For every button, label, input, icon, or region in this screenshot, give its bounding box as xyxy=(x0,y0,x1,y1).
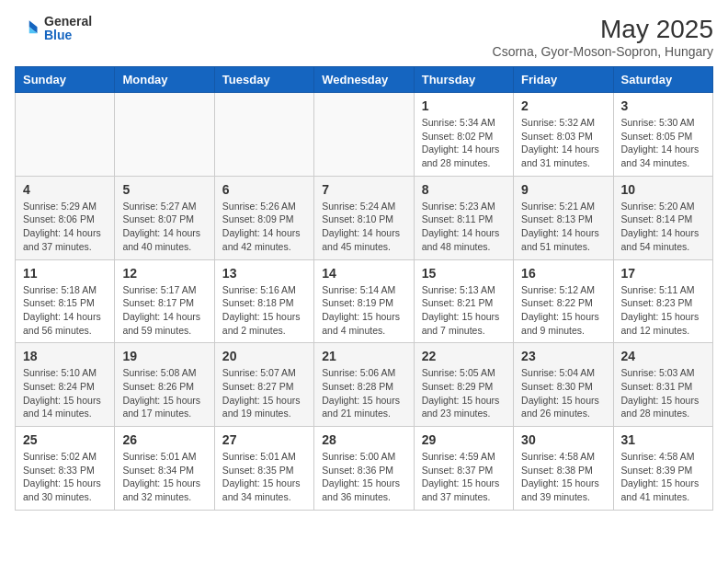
logo-icon xyxy=(15,16,40,41)
day-number: 12 xyxy=(122,266,206,281)
day-number: 8 xyxy=(422,182,506,197)
calendar-cell: 1Sunrise: 5:34 AMSunset: 8:02 PMDaylight… xyxy=(414,93,513,177)
day-number: 7 xyxy=(322,182,405,197)
calendar-cell: 25Sunrise: 5:02 AMSunset: 8:33 PMDayligh… xyxy=(16,427,115,511)
day-number: 26 xyxy=(122,432,206,447)
day-info: Sunrise: 5:18 AMSunset: 8:15 PMDaylight:… xyxy=(23,283,107,338)
calendar-cell: 19Sunrise: 5:08 AMSunset: 8:26 PMDayligh… xyxy=(115,343,214,427)
day-number: 21 xyxy=(322,349,405,363)
weekday-header-row: SundayMondayTuesdayWednesdayThursdayFrid… xyxy=(16,67,713,93)
weekday-header-wednesday: Wednesday xyxy=(314,67,414,93)
calendar-cell: 7Sunrise: 5:24 AMSunset: 8:10 PMDaylight… xyxy=(314,176,414,259)
day-info: Sunrise: 5:26 AMSunset: 8:09 PMDaylight:… xyxy=(222,200,306,254)
day-number: 28 xyxy=(322,432,405,447)
day-number: 19 xyxy=(122,349,206,363)
day-info: Sunrise: 5:24 AMSunset: 8:10 PMDaylight:… xyxy=(322,200,405,254)
weekday-header-tuesday: Tuesday xyxy=(214,67,313,93)
calendar-cell: 8Sunrise: 5:23 AMSunset: 8:11 PMDaylight… xyxy=(414,176,513,259)
day-info: Sunrise: 5:29 AMSunset: 8:06 PMDaylight:… xyxy=(23,200,107,254)
day-number: 29 xyxy=(422,432,506,447)
calendar-cell: 5Sunrise: 5:27 AMSunset: 8:07 PMDaylight… xyxy=(115,176,214,259)
day-info: Sunrise: 5:06 AMSunset: 8:28 PMDaylight:… xyxy=(322,366,405,420)
day-info: Sunrise: 5:03 AMSunset: 8:31 PMDaylight:… xyxy=(621,366,705,420)
calendar-cell: 3Sunrise: 5:30 AMSunset: 8:05 PMDaylight… xyxy=(613,93,712,177)
logo-text: General Blue xyxy=(44,15,92,43)
calendar-cell: 13Sunrise: 5:16 AMSunset: 8:18 PMDayligh… xyxy=(214,259,313,343)
day-info: Sunrise: 4:59 AMSunset: 8:37 PMDaylight:… xyxy=(422,450,506,504)
day-number: 16 xyxy=(521,266,605,281)
calendar-cell xyxy=(115,93,214,177)
calendar-subtitle: Csorna, Gyor-Moson-Sopron, Hungary xyxy=(493,44,713,59)
day-info: Sunrise: 5:04 AMSunset: 8:30 PMDaylight:… xyxy=(521,366,605,420)
calendar-body: 1Sunrise: 5:34 AMSunset: 8:02 PMDaylight… xyxy=(16,93,713,511)
day-number: 11 xyxy=(23,266,107,281)
day-info: Sunrise: 5:11 AMSunset: 8:23 PMDaylight:… xyxy=(621,283,705,338)
calendar-cell xyxy=(16,93,115,177)
day-number: 27 xyxy=(222,432,306,447)
calendar-cell: 23Sunrise: 5:04 AMSunset: 8:30 PMDayligh… xyxy=(514,343,613,427)
day-number: 17 xyxy=(621,266,705,281)
day-info: Sunrise: 5:17 AMSunset: 8:17 PMDaylight:… xyxy=(122,283,206,338)
day-number: 31 xyxy=(621,432,705,447)
day-number: 15 xyxy=(422,266,506,281)
calendar-cell: 16Sunrise: 5:12 AMSunset: 8:22 PMDayligh… xyxy=(514,259,613,343)
day-number: 22 xyxy=(422,349,506,363)
day-info: Sunrise: 5:08 AMSunset: 8:26 PMDaylight:… xyxy=(122,366,206,420)
weekday-header-saturday: Saturday xyxy=(613,67,712,93)
calendar-cell: 4Sunrise: 5:29 AMSunset: 8:06 PMDaylight… xyxy=(16,176,115,259)
day-info: Sunrise: 5:01 AMSunset: 8:35 PMDaylight:… xyxy=(222,450,306,504)
day-info: Sunrise: 5:00 AMSunset: 8:36 PMDaylight:… xyxy=(322,450,405,504)
logo-line2: Blue xyxy=(44,29,92,42)
day-number: 5 xyxy=(122,182,206,197)
day-info: Sunrise: 5:01 AMSunset: 8:34 PMDaylight:… xyxy=(122,450,206,504)
logo: General Blue xyxy=(15,15,92,43)
calendar-cell xyxy=(214,93,313,177)
day-number: 25 xyxy=(23,432,107,447)
day-number: 2 xyxy=(521,98,605,113)
day-number: 10 xyxy=(621,182,705,197)
day-number: 20 xyxy=(222,349,306,363)
day-info: Sunrise: 5:34 AMSunset: 8:02 PMDaylight:… xyxy=(422,116,506,170)
day-number: 24 xyxy=(621,349,705,363)
week-row-3: 11Sunrise: 5:18 AMSunset: 8:15 PMDayligh… xyxy=(16,259,713,343)
calendar-cell: 14Sunrise: 5:14 AMSunset: 8:19 PMDayligh… xyxy=(314,259,414,343)
day-info: Sunrise: 5:23 AMSunset: 8:11 PMDaylight:… xyxy=(422,200,506,254)
logo-line1: General xyxy=(44,15,92,29)
calendar-header: SundayMondayTuesdayWednesdayThursdayFrid… xyxy=(16,67,713,93)
day-info: Sunrise: 4:58 AMSunset: 8:39 PMDaylight:… xyxy=(621,450,705,504)
day-number: 14 xyxy=(322,266,405,281)
calendar-cell: 12Sunrise: 5:17 AMSunset: 8:17 PMDayligh… xyxy=(115,259,214,343)
calendar-cell: 15Sunrise: 5:13 AMSunset: 8:21 PMDayligh… xyxy=(414,259,513,343)
calendar-cell: 30Sunrise: 4:58 AMSunset: 8:38 PMDayligh… xyxy=(514,427,613,511)
calendar-cell: 10Sunrise: 5:20 AMSunset: 8:14 PMDayligh… xyxy=(613,176,712,259)
day-info: Sunrise: 5:20 AMSunset: 8:14 PMDaylight:… xyxy=(621,200,705,254)
day-number: 1 xyxy=(422,98,506,113)
weekday-header-monday: Monday xyxy=(115,67,214,93)
day-info: Sunrise: 5:13 AMSunset: 8:21 PMDaylight:… xyxy=(422,283,506,338)
calendar-cell: 26Sunrise: 5:01 AMSunset: 8:34 PMDayligh… xyxy=(115,427,214,511)
day-info: Sunrise: 5:12 AMSunset: 8:22 PMDaylight:… xyxy=(521,283,605,338)
week-row-5: 25Sunrise: 5:02 AMSunset: 8:33 PMDayligh… xyxy=(16,427,713,511)
day-number: 18 xyxy=(23,349,107,363)
weekday-header-sunday: Sunday xyxy=(16,67,115,93)
page-header: General Blue May 2025 Csorna, Gyor-Moson… xyxy=(15,15,713,59)
day-info: Sunrise: 5:16 AMSunset: 8:18 PMDaylight:… xyxy=(222,283,306,338)
day-number: 30 xyxy=(521,432,605,447)
day-number: 4 xyxy=(23,182,107,197)
day-info: Sunrise: 5:21 AMSunset: 8:13 PMDaylight:… xyxy=(521,200,605,254)
day-info: Sunrise: 5:30 AMSunset: 8:05 PMDaylight:… xyxy=(621,116,705,170)
calendar-cell: 11Sunrise: 5:18 AMSunset: 8:15 PMDayligh… xyxy=(16,259,115,343)
day-info: Sunrise: 5:14 AMSunset: 8:19 PMDaylight:… xyxy=(322,283,405,338)
day-info: Sunrise: 5:02 AMSunset: 8:33 PMDaylight:… xyxy=(23,450,107,504)
day-info: Sunrise: 5:27 AMSunset: 8:07 PMDaylight:… xyxy=(122,200,206,254)
calendar-cell: 27Sunrise: 5:01 AMSunset: 8:35 PMDayligh… xyxy=(214,427,313,511)
day-number: 6 xyxy=(222,182,306,197)
day-info: Sunrise: 5:07 AMSunset: 8:27 PMDaylight:… xyxy=(222,366,306,420)
calendar-cell: 21Sunrise: 5:06 AMSunset: 8:28 PMDayligh… xyxy=(314,343,414,427)
day-number: 23 xyxy=(521,349,605,363)
calendar-cell: 24Sunrise: 5:03 AMSunset: 8:31 PMDayligh… xyxy=(613,343,712,427)
day-number: 13 xyxy=(222,266,306,281)
weekday-header-thursday: Thursday xyxy=(414,67,513,93)
calendar-cell: 9Sunrise: 5:21 AMSunset: 8:13 PMDaylight… xyxy=(514,176,613,259)
title-block: May 2025 Csorna, Gyor-Moson-Sopron, Hung… xyxy=(493,15,713,59)
